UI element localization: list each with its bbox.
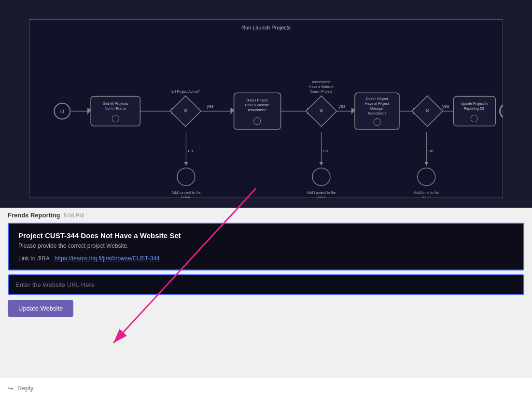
chat-header: Frends Reporting 5:06 PM [0,208,532,221]
url-input[interactable] [8,274,524,295]
svg-point-58 [500,103,503,119]
svg-text:Does I Project: Does I Project [246,99,268,102]
input-section: Update Website [8,274,524,317]
svg-text:yes: yes [338,104,346,109]
svg-text:Have at Project: Have at Project [365,102,389,106]
svg-point-51 [374,118,380,125]
svg-marker-16 [319,162,323,165]
svg-text:teams: teams [421,196,431,198]
svg-text:×: × [183,107,187,114]
svg-text:Associated?: Associated? [312,80,331,84]
svg-point-57 [471,115,477,122]
svg-point-40 [253,117,260,124]
svg-text:Get All Projects: Get All Projects [103,101,128,106]
svg-marker-19 [424,162,428,165]
svg-text:Additional to the: Additional to the [414,191,439,195]
reply-label: Reply [17,384,33,392]
reply-icon: ↩ [8,384,14,392]
svg-text:Associated?: Associated? [248,108,266,112]
update-website-button[interactable]: Update Website [8,300,73,317]
svg-text:×: × [319,107,323,114]
svg-marker-13 [184,162,188,165]
chat-message-card: Project CUST-344 Does Not Have a Website… [8,223,524,270]
svg-point-59 [177,168,195,186]
svg-text:Reporting DB: Reporting DB [464,107,485,111]
svg-text:yes: yes [207,104,214,109]
svg-text:Add I project to the: Add I project to the [307,191,336,195]
svg-point-62 [312,168,330,186]
message-link-row: Link to JIRA https://teams.hiq.fi/jira/b… [18,255,514,262]
message-title: Project CUST-344 Does Not Have a Website… [18,231,514,240]
svg-point-65 [418,168,435,186]
reply-bar[interactable]: ↩ Reply [0,378,532,398]
chat-time: 5:06 PM [64,213,84,218]
svg-text:no: no [428,148,433,153]
svg-text:Not In Teams: Not In Teams [105,106,126,111]
svg-text:no: no [323,148,328,153]
svg-text:Does I Project: Does I Project [310,90,332,94]
svg-text:yes: yes [442,104,449,109]
svg-text:Manager: Manager [370,107,384,111]
diagram-canvas: Run Launch Projects [29,19,503,198]
svg-text:Id: Id [60,109,64,114]
chat-sender: Frends Reporting [8,212,60,219]
chat-area: Frends Reporting 5:06 PM Project CUST-34… [0,208,532,317]
svg-text:Does I Project: Does I Project [366,97,388,101]
link-label: Link to JIRA [18,255,50,262]
svg-text:×: × [425,107,429,114]
svg-text:Associated?: Associated? [368,112,387,115]
svg-text:Have a Website: Have a Website [245,103,269,107]
svg-text:Have a Website: Have a Website [309,85,333,89]
svg-text:Add I project to the: Add I project to the [171,191,200,195]
svg-text:no: no [188,148,193,153]
svg-text:teams: teams [317,196,326,198]
svg-point-32 [112,115,119,122]
svg-text:teams: teams [182,196,191,198]
svg-text:Is I Project Active?: Is I Project Active? [171,90,200,94]
link-url[interactable]: https://teams.hiq.fi/jira/browse/CUST-34… [55,255,160,262]
message-subtitle: Please provide the correct project Websi… [18,242,514,249]
diagram-area: Run Launch Projects [0,0,532,208]
svg-text:Update Project In: Update Project In [461,102,488,106]
